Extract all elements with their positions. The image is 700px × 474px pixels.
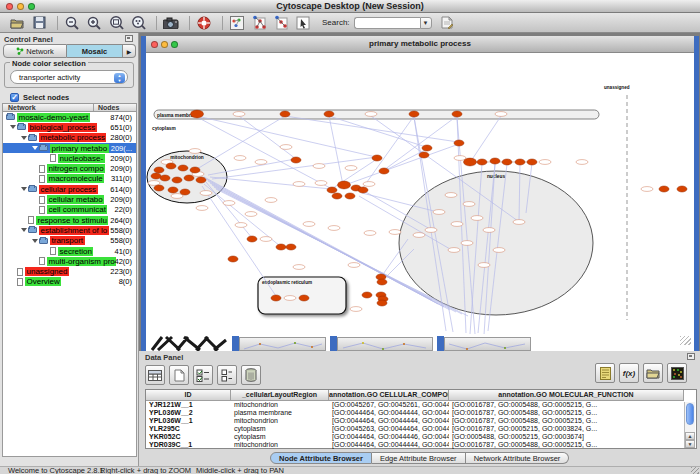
table-row[interactable]: YDR039C__1mitochondrion[GO:0044464, GO:0…: [146, 441, 696, 449]
tree-col-nodes[interactable]: Nodes: [94, 104, 119, 111]
node-label-pill[interactable]: [235, 223, 247, 228]
tree-row[interactable]: macromolecule311(0): [3, 174, 136, 184]
node-label-pill[interactable]: [493, 248, 505, 253]
gene-node[interactable]: [490, 158, 500, 164]
select-nodes-checkbox[interactable]: ✓: [10, 93, 19, 102]
gene-node[interactable]: [419, 152, 429, 158]
col-id[interactable]: ID: [146, 390, 231, 401]
tree-row[interactable]: primary metabo209(...: [3, 143, 136, 153]
tab-overflow-arrow[interactable]: ▶: [123, 44, 136, 58]
tree-row[interactable]: biological_process651(0): [3, 122, 136, 132]
node-label-pill[interactable]: [445, 193, 457, 198]
gene-node[interactable]: [190, 167, 200, 173]
tree-row-label[interactable]: multi-organism pro: [47, 257, 116, 266]
tree-row[interactable]: transport558(0): [3, 236, 136, 246]
node-label-pill[interactable]: [189, 149, 201, 154]
gene-node[interactable]: [527, 159, 537, 165]
gene-node[interactable]: [172, 177, 182, 183]
node-label-pill[interactable]: [448, 248, 460, 253]
zoom-view-button[interactable]: [171, 41, 178, 48]
search-dropdown-arrow[interactable]: ▼: [420, 17, 432, 29]
node-label-pill[interactable]: [223, 201, 235, 206]
node-label-pill[interactable]: [280, 145, 292, 150]
tree-row[interactable]: multi-organism pro42(0): [3, 256, 136, 266]
node-label-pill[interactable]: [451, 222, 463, 227]
node-label-pill[interactable]: [315, 181, 327, 186]
expand-arrow-icon[interactable]: [21, 228, 27, 232]
table-cell[interactable]: [GO:0044464, GO:0044444, GO:0044425, G..…: [329, 417, 449, 425]
gene-node[interactable]: [452, 111, 462, 117]
expand-arrow-icon[interactable]: [21, 136, 27, 140]
tree-row-label[interactable]: establishment of lo: [39, 226, 109, 235]
node-label-pill[interactable]: [495, 112, 507, 117]
table-row[interactable]: YPL036W__2plasma membrane[GO:0044464, GO…: [146, 409, 696, 417]
gene-node[interactable]: [160, 175, 170, 181]
gene-node[interactable]: [515, 159, 525, 165]
tree-row-label[interactable]: biological_process: [28, 123, 97, 132]
tree-row-label[interactable]: response to stimulu: [36, 216, 108, 225]
scroll-up-button[interactable]: ▲: [685, 432, 695, 440]
gene-node[interactable]: [377, 300, 387, 306]
tree-row-label[interactable]: Overview: [25, 277, 61, 286]
node-label-pill[interactable]: [576, 160, 588, 165]
node-label-pill[interactable]: [478, 263, 490, 268]
node-label-pill[interactable]: [641, 187, 653, 192]
gene-node[interactable]: [180, 189, 190, 195]
layout-button-1[interactable]: [250, 15, 268, 31]
table-cell[interactable]: [GO:0045263, GO:0044464, GO:0044455, G..…: [329, 425, 449, 433]
gene-node[interactable]: [464, 158, 477, 166]
annotation-button[interactable]: [595, 363, 615, 383]
table-cell[interactable]: [GO:0016787, GO:0005488, GO:0005215, G..…: [449, 401, 684, 409]
expand-arrow-icon[interactable]: [10, 125, 16, 129]
table-cell[interactable]: [GO:0016787, GO:0005488, GO:0005215, G..…: [449, 441, 684, 449]
node-label-pill[interactable]: [471, 216, 483, 221]
tree-row-label[interactable]: nitrogen compo: [47, 164, 105, 173]
gene-node[interactable]: [280, 111, 290, 117]
network-window-titlebar[interactable]: primary metabolic process: [146, 36, 694, 53]
gene-node[interactable]: [196, 177, 206, 183]
attribute-table-button[interactable]: [145, 365, 165, 385]
gene-node[interactable]: [191, 110, 204, 118]
zoom-selected-button[interactable]: [129, 15, 147, 31]
help-button[interactable]: [195, 15, 213, 31]
node-label-pill[interactable]: [313, 164, 325, 169]
node-label-pill[interactable]: [148, 181, 160, 186]
float-panel-icon[interactable]: [125, 35, 133, 42]
edge[interactable]: [239, 116, 296, 159]
zoom-in-button[interactable]: [85, 15, 103, 31]
tree-row-label[interactable]: metabolic process: [39, 133, 106, 142]
node-label-pill[interactable]: [348, 263, 360, 268]
network-canvas[interactable]: plasma membrane cytoplasm mitochondrion …: [146, 53, 694, 334]
gene-node[interactable]: [377, 279, 387, 285]
table-cell[interactable]: [GO:0005488, GO:0005215, GO:0003674]: [449, 433, 684, 441]
gene-node[interactable]: [502, 159, 512, 165]
node-label-pill[interactable]: [255, 160, 267, 165]
node-label-pill[interactable]: [461, 241, 473, 246]
tree-row-label[interactable]: cellular metabo: [47, 195, 104, 204]
new-attribute-button[interactable]: [169, 365, 189, 385]
tree-row[interactable]: nucleobase-209(0): [3, 153, 136, 163]
tree-row-label[interactable]: macromolecule: [47, 174, 104, 183]
gene-node[interactable]: [299, 295, 309, 301]
tab-network-attribute-browser[interactable]: Network Attribute Browser: [466, 452, 570, 464]
table-cell[interactable]: cytoplasm: [231, 425, 329, 433]
table-cell[interactable]: cytoplasm: [231, 433, 329, 441]
node-label-pill[interactable]: [539, 160, 551, 165]
expand-arrow-icon[interactable]: [32, 146, 38, 150]
overview-thumbnail[interactable]: [150, 334, 232, 351]
table-cell[interactable]: YPL036W__2: [146, 409, 231, 417]
table-cell[interactable]: YKR052C: [146, 433, 231, 441]
gene-node[interactable]: [276, 244, 286, 250]
nucleus-region[interactable]: [399, 171, 593, 315]
tree-col-network[interactable]: Network: [3, 104, 94, 111]
node-color-select[interactable]: transporter activity ▲▼: [10, 70, 128, 84]
scroll-down-button[interactable]: ▼: [685, 440, 695, 448]
tree-row[interactable]: nitrogen compo209(0): [3, 163, 136, 173]
scrollbar-thumb[interactable]: [686, 403, 694, 425]
tab-network[interactable]: Network: [3, 44, 67, 58]
close-window-button[interactable]: [6, 3, 13, 10]
table-row[interactable]: YLR295Ccytoplasm[GO:0045263, GO:0044464,…: [146, 425, 696, 433]
tree-row[interactable]: metabolic process280(0): [3, 133, 136, 143]
gene-node[interactable]: [178, 165, 188, 171]
open-session-button[interactable]: [8, 15, 26, 31]
